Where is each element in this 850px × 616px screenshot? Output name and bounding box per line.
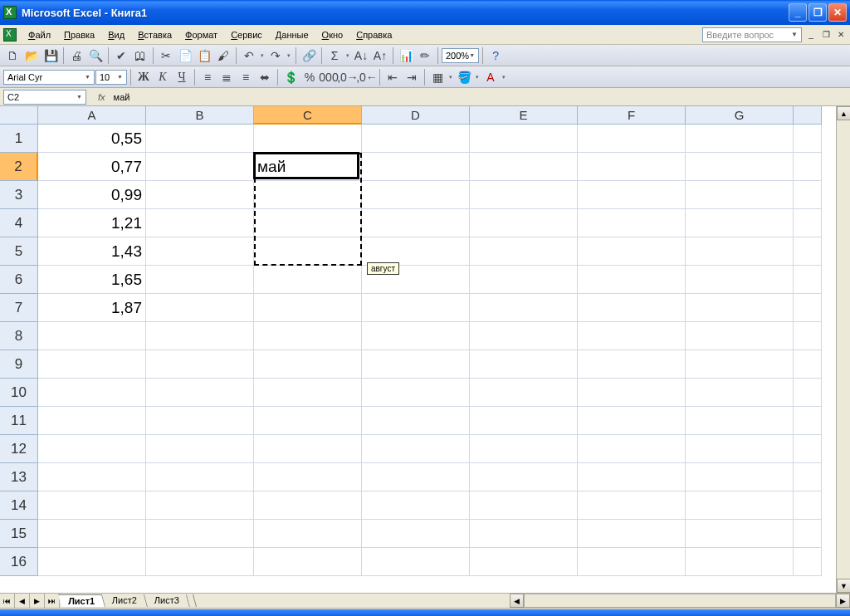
cell[interactable] (470, 181, 578, 209)
cell[interactable] (686, 407, 794, 435)
row-header-8[interactable]: 8 (0, 322, 38, 350)
cell[interactable] (794, 266, 822, 294)
cell[interactable] (362, 435, 470, 463)
cell[interactable] (794, 350, 822, 379)
row-header-7[interactable]: 7 (0, 294, 38, 322)
open-button[interactable]: 📂 (22, 46, 41, 65)
sheet-tab-Лист1[interactable]: Лист1 (58, 594, 105, 607)
percent-button[interactable]: % (300, 68, 319, 86)
menu-сервис[interactable]: Сервис (224, 27, 269, 42)
ask-question-box[interactable]: Введите вопрос ▼ (702, 27, 802, 42)
research-button[interactable]: 🕮 (131, 46, 149, 65)
cell[interactable] (686, 294, 794, 322)
cell[interactable] (362, 181, 470, 209)
row-header-9[interactable]: 9 (0, 350, 38, 379)
menu-справка[interactable]: Справка (349, 27, 398, 42)
cell[interactable] (362, 520, 470, 548)
row-header-11[interactable]: 11 (0, 407, 38, 435)
drawing-button[interactable]: ✏ (416, 46, 434, 65)
row-header-10[interactable]: 10 (0, 379, 38, 407)
cell[interactable] (254, 520, 362, 548)
cell[interactable] (794, 209, 822, 237)
cell[interactable] (794, 407, 822, 435)
menu-формат[interactable]: Формат (178, 27, 224, 42)
cut-button[interactable]: ✂ (157, 46, 175, 65)
column-header-D[interactable]: D (362, 106, 470, 125)
cell[interactable] (794, 237, 822, 266)
print-button[interactable]: 🖨 (67, 46, 85, 65)
cell[interactable] (146, 209, 254, 237)
align-center-button[interactable]: ≣ (217, 68, 236, 86)
cell[interactable] (686, 125, 794, 153)
cell[interactable]: 0,99 (38, 181, 146, 209)
cell[interactable] (146, 435, 254, 463)
cell[interactable] (38, 322, 146, 350)
row-header-2[interactable]: 2 (0, 153, 38, 181)
cell[interactable] (686, 153, 794, 181)
formula-bar[interactable]: май (110, 92, 847, 102)
cell[interactable] (362, 407, 470, 435)
cell[interactable] (38, 463, 146, 491)
cell[interactable] (686, 435, 794, 463)
cell[interactable] (578, 350, 686, 379)
cell[interactable] (794, 435, 822, 463)
mdi-close-button[interactable]: ✕ (835, 29, 847, 41)
row-header-12[interactable]: 12 (0, 435, 38, 463)
cell[interactable] (254, 548, 362, 576)
align-left-button[interactable]: ≡ (198, 68, 217, 86)
cell[interactable] (362, 491, 470, 520)
cell[interactable] (794, 463, 822, 491)
cell[interactable] (362, 548, 470, 576)
cell[interactable] (146, 463, 254, 491)
cell[interactable] (686, 491, 794, 520)
cell[interactable]: 1,21 (38, 209, 146, 237)
vscroll-track[interactable] (837, 120, 850, 579)
tab-nav-prev[interactable]: ◀ (15, 594, 30, 609)
cell[interactable] (254, 407, 362, 435)
cell[interactable] (146, 407, 254, 435)
column-header-partial[interactable] (794, 106, 822, 125)
cell[interactable] (470, 266, 578, 294)
scroll-right-button[interactable]: ▶ (836, 594, 850, 608)
cell[interactable] (578, 548, 686, 576)
print-preview-button[interactable]: 🔍 (86, 46, 105, 65)
menu-правка[interactable]: Правка (57, 27, 101, 42)
borders-button[interactable]: ▦ (428, 68, 447, 86)
select-all-corner[interactable] (0, 106, 38, 125)
cell[interactable] (794, 125, 822, 153)
tab-nav-first[interactable]: ⏮ (0, 594, 15, 609)
fill-color-button[interactable]: 🪣 (455, 68, 473, 86)
column-header-B[interactable]: B (146, 106, 254, 125)
cell[interactable] (686, 237, 794, 266)
sheet-tab-Лист2[interactable]: Лист2 (102, 594, 148, 607)
cell[interactable] (578, 209, 686, 237)
cell[interactable] (794, 491, 822, 520)
cell[interactable] (254, 379, 362, 407)
font-name-combo[interactable]: Arial Cyr ▼ (3, 70, 95, 85)
hscroll-track[interactable] (524, 594, 836, 608)
row-header-14[interactable]: 14 (0, 491, 38, 520)
cell[interactable] (362, 463, 470, 491)
cell[interactable] (470, 237, 578, 266)
cell[interactable] (254, 491, 362, 520)
cell[interactable] (578, 153, 686, 181)
mdi-restore-button[interactable]: ❐ (820, 29, 832, 41)
cell[interactable] (470, 520, 578, 548)
cell[interactable] (794, 181, 822, 209)
column-header-F[interactable]: F (578, 106, 686, 125)
cell[interactable] (38, 491, 146, 520)
cell[interactable] (146, 322, 254, 350)
cell[interactable] (470, 294, 578, 322)
cell[interactable] (362, 379, 470, 407)
cell[interactable] (146, 491, 254, 520)
cell[interactable] (254, 181, 362, 209)
row-header-6[interactable]: 6 (0, 266, 38, 294)
cell[interactable] (578, 181, 686, 209)
cell[interactable] (470, 379, 578, 407)
scroll-up-button[interactable]: ▲ (837, 106, 850, 120)
cell[interactable]: 1,65 (38, 266, 146, 294)
cell[interactable] (362, 209, 470, 237)
cell[interactable]: 1,87 (38, 294, 146, 322)
cell[interactable] (686, 266, 794, 294)
increase-decimal-button[interactable]: ,0→ (339, 68, 357, 86)
